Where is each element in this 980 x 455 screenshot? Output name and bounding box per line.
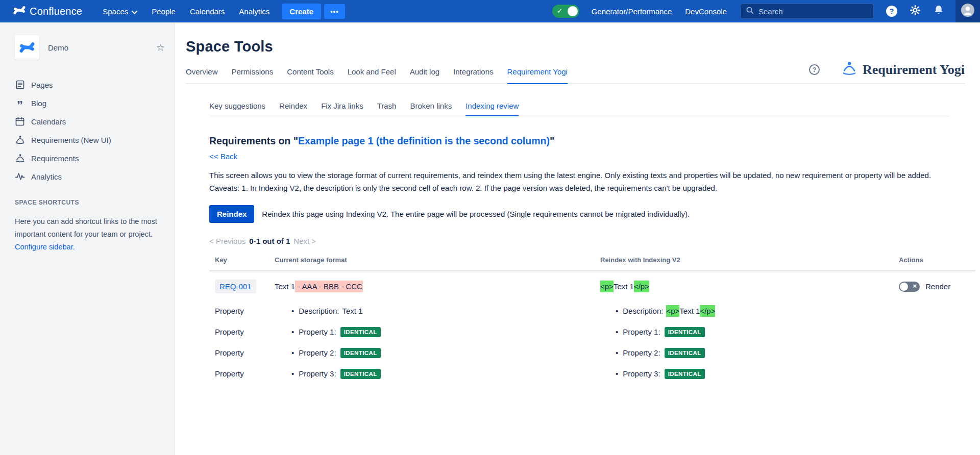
sidebar-item-blog[interactable]: ” Blog <box>0 94 174 112</box>
sidebar-item-pages[interactable]: Pages <box>0 75 174 94</box>
sidebar-item-requirements[interactable]: Requirements <box>0 149 174 167</box>
settings-button[interactable] <box>909 5 922 18</box>
feature-toggle[interactable]: ✓ <box>552 5 579 18</box>
subtab-indexing-review[interactable]: Indexing review <box>465 102 519 116</box>
configure-sidebar-link[interactable]: Configure sidebar. <box>15 243 75 251</box>
nav-analytics[interactable]: Analytics <box>234 4 275 19</box>
sidebar-item-requirements-new-ui[interactable]: Requirements (New UI) <box>0 131 174 149</box>
tab-audit-log[interactable]: Audit log <box>410 67 439 83</box>
identical-badge: IDENTICAL <box>340 348 381 358</box>
requirement-key-link[interactable]: REQ-001 <box>215 280 256 293</box>
tab-look-and-feel[interactable]: Look and Feel <box>348 67 396 83</box>
notifications-button[interactable] <box>932 5 945 18</box>
page-title: Space Tools <box>186 38 965 55</box>
subtab-key-suggestions[interactable]: Key suggestions <box>209 102 265 116</box>
col-header-reindex: Reindex with Indexing V2 <box>600 256 899 264</box>
toggle-knob <box>568 6 578 16</box>
identical-badge: IDENTICAL <box>340 327 381 337</box>
avatar <box>961 3 975 19</box>
requirement-yogi-logo-icon <box>841 61 857 78</box>
toggle-knob <box>900 283 908 291</box>
render-label: Render <box>925 282 950 291</box>
search-icon <box>746 6 754 16</box>
tab-content-tools[interactable]: Content Tools <box>287 67 333 83</box>
property-type-cell: Property <box>209 307 275 315</box>
confluence-logo[interactable]: Confluence <box>13 4 82 18</box>
more-button[interactable]: ••• <box>324 4 345 19</box>
identical-badge: IDENTICAL <box>340 369 381 379</box>
tab-permissions[interactable]: Permissions <box>232 67 274 83</box>
navbar-right: ✓ Generator/Performance DevConsole ? <box>552 0 980 22</box>
property-reindexed-cell: •Property 1:IDENTICAL <box>600 327 899 337</box>
nav-people[interactable]: People <box>146 4 181 19</box>
bullet-icon: • <box>291 327 294 336</box>
profile-button[interactable] <box>955 0 980 22</box>
identical-badge: IDENTICAL <box>665 348 705 358</box>
bullet-icon: • <box>616 307 618 315</box>
subtab-trash[interactable]: Trash <box>377 102 397 116</box>
bullet-icon: • <box>616 369 618 378</box>
sidebar-item-analytics[interactable]: Analytics <box>0 167 174 186</box>
confluence-logo-text: Confluence <box>30 6 82 17</box>
property-reindexed-cell: •Property 2:IDENTICAL <box>600 348 899 358</box>
confluence-logo-icon <box>13 4 26 18</box>
tab-integrations[interactable]: Integrations <box>453 67 493 83</box>
nav-generator-performance[interactable]: Generator/Performance <box>592 7 672 16</box>
back-link[interactable]: << Back <box>209 152 237 161</box>
space-name[interactable]: Demo <box>48 43 68 52</box>
render-toggle[interactable]: × <box>899 282 920 292</box>
reindexed-cell: <p>Text 1</p> <box>600 282 899 291</box>
property-reindexed-cell: •Property 3:IDENTICAL <box>600 369 899 379</box>
requirements-heading: Requirements on "Example page 1 (the def… <box>209 135 949 147</box>
help-icon: ? <box>886 6 897 17</box>
requirement-yogi-icon <box>15 154 25 163</box>
tab-requirement-yogi[interactable]: Requirement Yogi <box>507 67 568 84</box>
requirement-yogi-icon <box>15 135 25 144</box>
table-header-row: Key Current storage format Reindex with … <box>209 256 975 271</box>
subtab-reindex[interactable]: Reindex <box>279 102 307 116</box>
reindex-row: Reindex Reindex this page using Indexing… <box>209 205 949 223</box>
nav-spaces[interactable]: Spaces <box>97 4 142 19</box>
col-header-actions: Actions <box>899 256 975 264</box>
requirement-yogi-logo: Requirement Yogi <box>841 61 965 78</box>
nav-menu: Spaces People Calendars Analytics <box>97 4 275 19</box>
gear-icon <box>909 4 921 18</box>
page-icon <box>15 80 25 89</box>
space-logo[interactable] <box>15 35 39 60</box>
help-icon[interactable]: ? <box>809 64 820 75</box>
requirements-table: Key Current storage format Reindex with … <box>209 256 975 384</box>
search-box[interactable] <box>740 4 874 19</box>
actions-cell: × Render <box>899 282 975 292</box>
previous-page-link[interactable]: < Previous <box>209 237 246 245</box>
chevron-down-icon <box>132 7 137 16</box>
property-row: Property •Description:Text 1 •Descriptio… <box>209 300 975 321</box>
space-shortcuts-section: SPACE SHORTCUTS Here you can add shortcu… <box>0 199 174 254</box>
subtab-fix-jira-links[interactable]: Fix Jira links <box>321 102 363 116</box>
screen-description: This screen allows you to view the stora… <box>209 169 949 194</box>
subtab-broken-links[interactable]: Broken links <box>410 102 452 116</box>
analytics-pulse-icon <box>15 172 25 181</box>
bullet-icon: • <box>291 348 294 357</box>
page-link[interactable]: Example page 1 (the definition is the se… <box>298 135 550 146</box>
pagination: < Previous 0-1 out of 1 Next > <box>209 237 949 245</box>
create-button[interactable]: Create <box>282 4 321 19</box>
nav-devconsole[interactable]: DevConsole <box>685 7 727 16</box>
diff-added-close-tag: </p> <box>700 305 715 317</box>
reindex-button[interactable]: Reindex <box>209 205 254 223</box>
top-navbar: Confluence Spaces People Calendars Analy… <box>0 0 980 22</box>
table-row: REQ-001 Text 1 - AAA - BBB - CCC <p>Text… <box>209 271 975 300</box>
help-button[interactable]: ? <box>885 5 898 18</box>
bullet-icon: • <box>291 307 294 315</box>
property-type-cell: Property <box>209 369 275 378</box>
next-page-link[interactable]: Next > <box>293 237 316 245</box>
sidebar-item-calendars[interactable]: Calendars <box>0 112 174 131</box>
property-type-cell: Property <box>209 327 275 336</box>
bullet-icon: • <box>616 327 618 336</box>
favorite-star-icon[interactable]: ☆ <box>156 42 165 54</box>
property-current-cell: •Property 1:IDENTICAL <box>275 327 600 337</box>
nav-calendars[interactable]: Calendars <box>185 4 230 19</box>
property-type-cell: Property <box>209 348 275 357</box>
search-input[interactable] <box>758 7 861 16</box>
property-row: Property •Property 2:IDENTICAL •Property… <box>209 342 975 363</box>
tab-overview[interactable]: Overview <box>186 67 218 83</box>
